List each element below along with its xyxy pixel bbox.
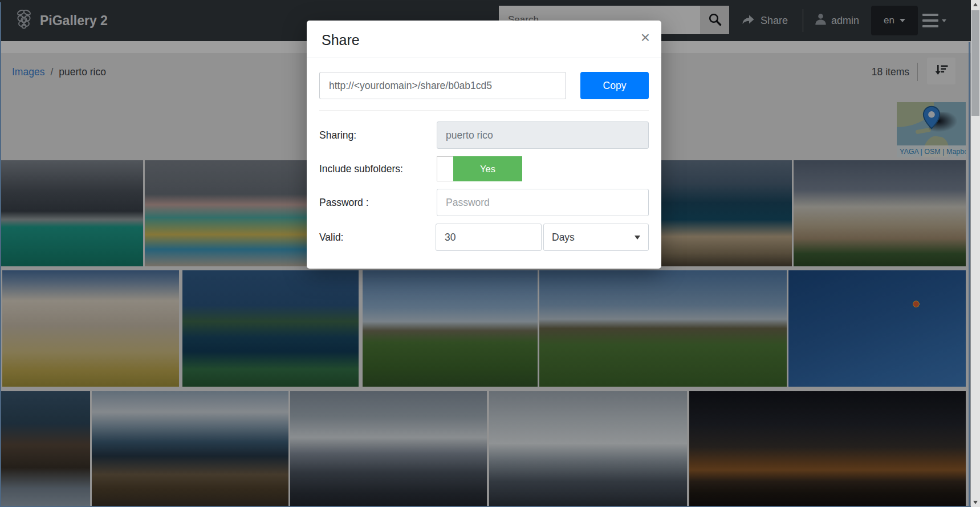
include-subfolders-label: Include subfolders: — [319, 163, 437, 175]
toggle-off-segment — [437, 156, 453, 181]
scrollbar-up-button[interactable] — [971, 0, 980, 9]
share-modal-header: Share × — [307, 21, 661, 58]
sharing-row: Sharing: — [319, 121, 649, 149]
select-caret-icon — [635, 236, 640, 240]
vertical-scrollbar[interactable] — [971, 0, 980, 507]
share-modal-body: Copy Sharing: Include subfolders: Yes — [307, 58, 661, 269]
valid-unit-select[interactable]: Days — [543, 224, 649, 251]
scrollbar-thumb[interactable] — [971, 10, 979, 116]
copy-button[interactable]: Copy — [580, 72, 649, 99]
arrow-up-icon — [973, 3, 978, 6]
share-url-input[interactable] — [319, 72, 566, 99]
valid-label: Valid: — [319, 232, 436, 244]
valid-amount-field[interactable] — [436, 224, 542, 251]
modal-body-divider — [319, 110, 649, 111]
share-modal-title: Share — [322, 32, 646, 48]
valid-unit-value: Days — [552, 232, 575, 244]
password-label: Password : — [319, 197, 437, 209]
valid-row: Valid: Days — [319, 224, 649, 251]
password-field[interactable] — [437, 189, 649, 216]
arrow-down-icon — [973, 501, 978, 504]
include-subfolders-row: Include subfolders: Yes — [319, 156, 649, 181]
include-subfolders-toggle[interactable]: Yes — [437, 156, 522, 181]
password-row: Password : — [319, 189, 649, 216]
scrollbar-down-button[interactable] — [971, 498, 980, 507]
share-url-row: Copy — [319, 72, 649, 99]
pigallery-window: Images / puerto rico 18 items YAGA | — [0, 0, 971, 507]
share-modal: Share × Copy Sharing: Include subfolders… — [307, 21, 661, 269]
close-icon[interactable]: × — [641, 30, 650, 46]
toggle-on-segment: Yes — [453, 156, 522, 181]
sharing-label: Sharing: — [319, 129, 437, 141]
sharing-value-field — [437, 121, 649, 149]
